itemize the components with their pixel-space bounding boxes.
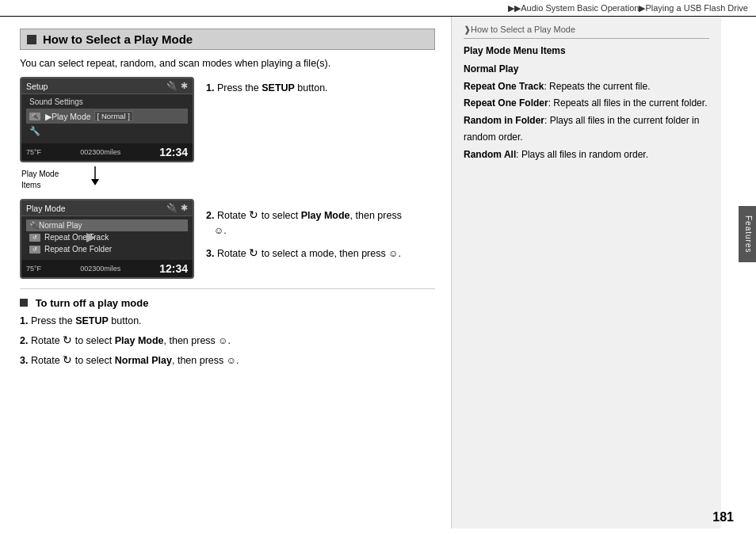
- page-number: 181: [712, 510, 734, 524]
- turnoff-step2: 2. Rotate ↻ to select Play Mode, then pr…: [20, 332, 435, 349]
- dial-t3: ☺: [227, 353, 236, 368]
- step-2: 2. Rotate ↻ to select Play Mode, then pr…: [206, 207, 435, 238]
- rotate-icon2: ↻: [249, 207, 258, 223]
- step2-text: Rotate ↻ to select Play Mode, then press…: [206, 210, 402, 236]
- clock-display1: 12:34: [159, 146, 188, 158]
- setup-icons: 🔌 ✱: [166, 81, 188, 91]
- setup-footer: 75°F 002300miles 12:34: [21, 143, 193, 161]
- play-mode-value: [ Normal ]: [94, 111, 133, 121]
- temp-display1: 75°F: [26, 148, 41, 156]
- section-title: How to Select a Play Mode: [43, 32, 193, 46]
- left-panel: How to Select a Play Mode You can select…: [0, 17, 452, 528]
- repeat-one-track-item: ↺ Repeat One Track: [26, 231, 188, 243]
- svg-marker-2: [86, 233, 96, 242]
- setup-titlebar: Setup 🔌 ✱: [21, 78, 193, 94]
- play-mode-screen-title: Play Mode: [26, 204, 66, 213]
- play-mode-icons: 🔌 ✱: [166, 203, 188, 213]
- section-heading: How to Select a Play Mode: [20, 29, 435, 50]
- page-header: ▶▶Audio System Basic Operation▶Playing a…: [0, 0, 756, 17]
- step1-bold: 1.: [20, 315, 28, 326]
- rp-random-all-bold: Random All: [464, 149, 516, 160]
- step-1: 1. Press the SETUP button.: [206, 81, 435, 96]
- annotation-label: Play Mode Items: [21, 169, 59, 191]
- repeat-track-icon: ↺: [29, 234, 40, 242]
- step2-num: 2.: [206, 210, 214, 221]
- normalplay-bold: Normal Play: [115, 355, 172, 366]
- usb-icon-normal: 🔌: [29, 221, 39, 230]
- rotate-icon3: ↻: [249, 245, 258, 261]
- play-mode-body: 🔌 Normal Play ↺ Repeat One Track: [21, 216, 193, 258]
- dial-icon3: ☺: [388, 246, 398, 261]
- right-panel-items: Normal Play Repeat One Track: Repeats th…: [464, 61, 709, 164]
- dial-t2: ☺: [218, 334, 227, 348]
- rp-random-folder-bold: Random in Folder: [464, 115, 544, 126]
- turnoff-heading: To turn off a play mode: [20, 297, 435, 309]
- bt-icon2: ✱: [181, 203, 188, 213]
- rp-item-repeat-track: Repeat One Track: Repeats the current fi…: [464, 78, 709, 96]
- normal-play-item: 🔌 Normal Play: [26, 219, 188, 231]
- usb-icon-sym: 🔌: [166, 81, 178, 91]
- steps-column: 1. Press the SETUP button. 2. Rotate ↻ t…: [206, 77, 435, 268]
- right-panel-header: ❱How to Select a Play Mode: [464, 25, 709, 39]
- odometer-display2: 002300miles: [80, 265, 120, 273]
- rp-item-random-folder: Random in Folder: Plays all files in the…: [464, 113, 709, 147]
- play-mode-titlebar: Play Mode 🔌 ✱: [21, 200, 193, 216]
- step-3: 3. Rotate ↻ to select a mode, then press…: [206, 245, 435, 261]
- rotate-icon-t2: ↻: [63, 332, 72, 349]
- dial-icon2: ☺: [214, 223, 223, 238]
- play-mode-footer: 75°F 002300miles 12:34: [21, 260, 193, 277]
- clock-display2: 12:34: [159, 262, 188, 275]
- turnoff-sq-icon: [20, 299, 28, 307]
- turnoff-title: To turn off a play mode: [36, 297, 149, 309]
- intro-text: You can select repeat, random, and scan …: [20, 58, 435, 69]
- bt-icon-sym: ✱: [181, 81, 188, 91]
- step3-bold: 3.: [20, 355, 28, 366]
- rotate-icon-t3: ↻: [63, 352, 72, 368]
- rp-item-random-all: Random All: Plays all files in random or…: [464, 147, 709, 164]
- repeat-folder-icon: ↺: [29, 246, 40, 254]
- turnoff-step1: 1. Press the SETUP button.: [20, 314, 435, 329]
- annotation-container: Play Mode Items: [20, 169, 194, 193]
- step3-num: 3.: [206, 248, 214, 259]
- screens-area: Setup 🔌 ✱ Sound Settings 🔌 ▶Play Mode [ …: [20, 77, 435, 279]
- right-panel: ❱How to Select a Play Mode Play Mode Men…: [452, 17, 721, 528]
- setup-bold: SETUP: [262, 82, 295, 93]
- right-header-text: ❱How to Select a Play Mode: [464, 25, 575, 34]
- svg-marker-1: [91, 179, 99, 185]
- rp-normal-bold: Normal Play: [464, 63, 518, 74]
- play-mode-row: 🔌 ▶Play Mode [ Normal ]: [26, 109, 188, 124]
- turnoff-step3: 3. Rotate ↻ to select Normal Play, then …: [20, 352, 435, 368]
- normal-play-label: Normal Play: [39, 221, 82, 230]
- step2-bold: 2.: [20, 335, 28, 346]
- breadcrumb: ▶▶Audio System Basic Operation▶Playing a…: [508, 3, 748, 13]
- rp-repeat-track-bold: Repeat One Track: [464, 81, 544, 92]
- setup-bold2: SETUP: [75, 315, 109, 326]
- rp-item-repeat-folder: Repeat One Folder: Repeats all files in …: [464, 95, 709, 113]
- temp-display2: 75°F: [26, 265, 41, 273]
- screens-column: Setup 🔌 ✱ Sound Settings 🔌 ▶Play Mode [ …: [20, 77, 194, 279]
- section-icon: [27, 35, 36, 44]
- usb-icon2: 🔌: [166, 203, 178, 213]
- wrench-icon: 🔧: [29, 126, 40, 136]
- arrow-down-svg: [87, 165, 111, 189]
- playmode-bold2: Play Mode: [115, 335, 164, 346]
- usb-small-icon: 🔌: [29, 113, 40, 120]
- setup-screen: Setup 🔌 ✱ Sound Settings 🔌 ▶Play Mode [ …: [20, 77, 194, 162]
- odometer-display1: 002300miles: [80, 148, 120, 156]
- sound-settings-label: Sound Settings: [26, 97, 188, 106]
- wrench-row: 🔧: [26, 124, 188, 139]
- rp-repeat-folder-bold: Repeat One Folder: [464, 97, 548, 109]
- play-mode-label: ▶Play Mode: [45, 112, 91, 121]
- turnoff-section: To turn off a play mode 1. Press the SET…: [20, 288, 435, 368]
- right-panel-title: Play Mode Menu Items: [464, 45, 709, 56]
- playmode-bold: Play Mode: [301, 210, 350, 221]
- rp-item-normal: Normal Play: [464, 61, 709, 78]
- repeat-one-folder-item: ↺ Repeat One Folder: [26, 243, 188, 255]
- play-mode-screen: Play Mode 🔌 ✱ 🔌 Normal Play: [20, 199, 194, 279]
- features-tab: Features: [739, 206, 756, 262]
- step1-num: 1.: [206, 82, 214, 93]
- main-content: How to Select a Play Mode You can select…: [0, 17, 756, 528]
- step1-text: Press the SETUP button.: [217, 82, 328, 93]
- setup-body: Sound Settings 🔌 ▶Play Mode [ Normal ] 🔧: [21, 94, 193, 142]
- setup-title: Setup: [26, 82, 48, 91]
